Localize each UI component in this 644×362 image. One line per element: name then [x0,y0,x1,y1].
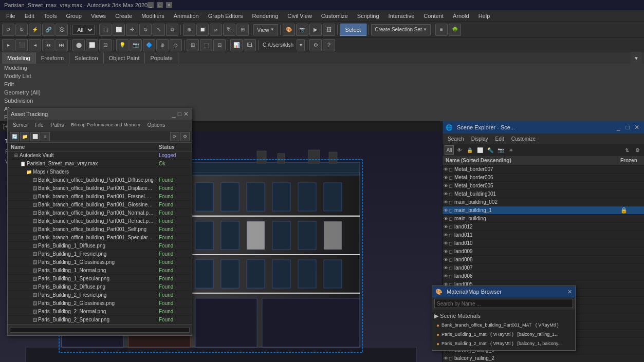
visibility-icon-4[interactable]: 👁 [444,200,448,205]
track-view-btn[interactable]: 🎞 [244,39,256,51]
render-icon-10[interactable]: ◻ [449,249,452,254]
se-row-12[interactable]: 👁 ◻ land007 [443,264,644,272]
mirror-btn[interactable]: ⬚ [200,39,212,51]
render-icon-23[interactable]: ◻ [449,356,452,361]
browse-btn[interactable]: ▾ [297,39,305,51]
se-filter-btn-5[interactable]: 📷 [496,145,505,155]
menu-graph-editors[interactable]: Graph Editors [204,12,247,20]
se-filter-btn-2[interactable]: 🔒 [465,145,474,155]
asset-row-13[interactable]: 🖼Paris_Building_1_Glossiness.png Found [8,258,192,266]
render-setup-button[interactable]: 📷 [296,24,308,36]
geom-geometry-all[interactable]: Geometry (All) [0,88,644,97]
menu-views[interactable]: Views [87,12,110,20]
render-icon-1[interactable]: ◻ [449,175,452,180]
select-button[interactable]: Select [340,24,367,36]
render-icon-12[interactable]: ◻ [449,265,452,271]
filter-dropdown[interactable]: All [72,25,95,35]
asset-row-18[interactable]: 🖼Paris_Building_2_Glossiness.png Found [8,299,192,308]
scene-explorer-button[interactable]: 🌳 [449,24,461,36]
se-row-2[interactable]: 👁 ◻ Metal_border005 [443,182,644,190]
asset-row-6[interactable]: 🖼Bank_branch_office_building_Part001_Glo… [8,201,192,209]
mode-config-btn[interactable]: ▼ [631,52,642,64]
move-button[interactable]: ✛ [126,24,138,36]
anim-btn-7[interactable]: ⬜ [86,39,98,51]
geo-btn[interactable]: 🔷 [143,39,155,51]
asset-tb-4[interactable]: ≡ [41,132,50,141]
render-icon-7[interactable]: ◻ [449,224,452,230]
material-editor-button[interactable]: 🎨 [283,24,295,36]
visibility-icon-8[interactable]: 👁 [444,233,448,238]
close-button[interactable]: ✕ [166,2,172,8]
asset-restore[interactable]: □ [178,110,181,118]
menu-rendering[interactable]: Rendering [248,12,283,20]
menu-interactive[interactable]: Interactive [384,12,419,20]
se-row-4[interactable]: 👁 ◻ main_building_002 [443,198,644,206]
se-row-10[interactable]: 👁 ◻ land009 [443,247,644,256]
scene-states-btn[interactable]: ⚙ [309,39,322,51]
mat-close[interactable]: ✕ [567,289,572,295]
render-icon-5[interactable]: ◻ [449,208,452,213]
se-filter-btn-3[interactable]: ⬜ [475,145,485,155]
visibility-icon-12[interactable]: 👁 [444,265,448,271]
asset-row-2[interactable]: 📁Maps / Shaders [8,168,192,176]
asset-row-12[interactable]: 🖼Paris_Building_1_Fresnel.png Found [8,250,192,258]
se-row-9[interactable]: 👁 ◻ land010 [443,239,644,247]
select-region-button[interactable]: ⬜ [113,24,125,36]
camera-btn[interactable]: 📷 [130,39,142,51]
render-icon-4[interactable]: ◻ [449,200,452,205]
viewport-dropdown[interactable]: View ▼ [253,24,278,35]
asset-tb-refresh[interactable]: ⟳ [170,132,179,141]
helper-btn[interactable]: ⊕ [156,39,169,51]
light-btn[interactable]: 💡 [116,39,128,51]
mode-modeling[interactable]: Modeling [2,52,36,64]
render-icon-13[interactable]: ◻ [449,274,452,279]
percent-snap-button[interactable]: % [223,24,235,36]
asset-row-16[interactable]: 🖼Paris_Building_2_Diffuse.png Found [8,283,192,291]
mode-populate[interactable]: Populate [145,52,178,64]
align-btn[interactable]: ⊞ [187,39,199,51]
array-btn[interactable]: ⊟ [213,39,226,51]
menu-create[interactable]: Create [111,12,136,20]
render-button[interactable]: ▶ [309,24,322,36]
select-object-button[interactable]: ⬚ [99,24,112,36]
mat-row-2[interactable]: ● Paris_Building_1_mat ( VRayMtl ) [balc… [434,330,573,339]
se-menu-display[interactable]: Display [468,136,491,142]
render-icon-9[interactable]: ◻ [449,241,452,246]
asset-tb-config[interactable]: ⚙ [180,132,190,141]
asset-row-4[interactable]: 🖼Bank_branch_office_building_Part001_Dis… [8,184,192,193]
asset-row-9[interactable]: 🖼Bank_branch_office_building_Part001_Sel… [8,225,192,234]
visibility-icon-10[interactable]: 👁 [444,249,448,254]
rotate-button[interactable]: ↻ [139,24,152,36]
se-filter-all[interactable]: All [445,145,454,155]
menu-group[interactable]: Group [62,12,86,20]
render-icon-11[interactable]: ◻ [449,257,452,262]
asset-menu-options[interactable]: Options [144,121,168,129]
geom-subdivision[interactable]: Subdivision [0,97,644,105]
angle-snap-button[interactable]: ⌀ [210,24,222,36]
selection-set-dropdown[interactable]: Create Selection Set ▼ [371,24,431,35]
menu-customize[interactable]: Customize [317,12,352,20]
asset-tb-3[interactable]: ⬜ [30,132,40,141]
menu-civil-view[interactable]: Civil View [283,12,316,20]
asset-file-list[interactable]: 🏛Autodesk Vault Logged 📋Parisian_Street_… [8,151,192,324]
asset-close[interactable]: ✕ [183,110,189,118]
se-filter-btn-4[interactable]: 🔦 [486,145,495,155]
se-filter-sort[interactable]: ⇅ [622,145,632,155]
menu-animation[interactable]: Animation [170,12,203,20]
se-row-1[interactable]: 👁 ◻ Metal_border006 [443,174,644,182]
geom-modeling[interactable]: Modeling [0,64,644,72]
visibility-icon-6[interactable]: 👁 [444,216,448,221]
asset-row-15[interactable]: 🖼Paris_Building_1_Specular.png Found [8,275,192,283]
se-row-23[interactable]: 👁 ◻ balcony_railing_2 [443,354,644,362]
minimize-button[interactable]: _ [148,2,154,8]
mode-object-paint[interactable]: Object Paint [104,52,145,64]
select-scale-button[interactable]: ⧉ [166,24,178,36]
asset-menu-bitmap[interactable]: Bitmap Performance and Memory [68,121,143,128]
asset-row-11[interactable]: 🖼Paris_Building_1_Diffuse.png Found [8,242,192,250]
pivot-button[interactable]: ⊕ [183,24,195,36]
visibility-icon-2[interactable]: 👁 [444,183,448,188]
asset-row-10[interactable]: 🖼Bank_branch_office_building_Part001_Spe… [8,234,192,242]
se-filter-btn-6[interactable]: ✳ [506,145,516,155]
menu-file[interactable]: File [2,12,20,20]
menu-tools[interactable]: Tools [40,12,61,20]
